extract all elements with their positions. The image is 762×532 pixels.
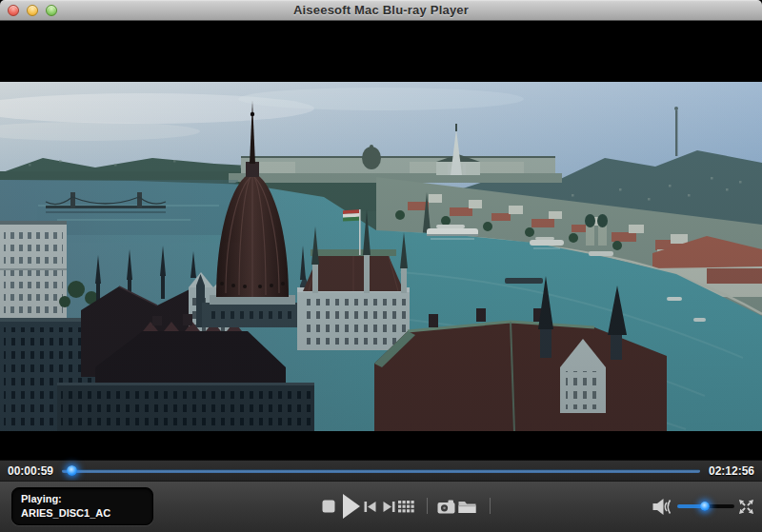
video-frame-budapest bbox=[0, 82, 762, 431]
previous-button[interactable] bbox=[364, 502, 376, 512]
now-playing-box: Playing: ARIES_DISC1_AC bbox=[11, 487, 153, 525]
separator bbox=[490, 498, 491, 514]
playing-label: Playing: bbox=[21, 492, 144, 506]
snapshot-camera-button[interactable] bbox=[437, 500, 455, 514]
playlist-grid-button[interactable] bbox=[398, 501, 414, 513]
seek-thumb[interactable] bbox=[67, 465, 77, 476]
open-folder-button[interactable] bbox=[458, 500, 476, 514]
close-button[interactable] bbox=[8, 5, 19, 16]
volume-speaker-icon[interactable] bbox=[652, 498, 672, 516]
minimize-button[interactable] bbox=[27, 5, 38, 16]
separator bbox=[427, 498, 428, 514]
seek-row: 00:00:59 02:12:56 bbox=[0, 460, 762, 481]
zoom-button[interactable] bbox=[46, 5, 57, 16]
volume-thumb[interactable] bbox=[700, 502, 710, 511]
traffic-lights bbox=[8, 0, 57, 21]
total-time: 02:12:56 bbox=[709, 461, 754, 482]
elapsed-time: 00:00:59 bbox=[8, 461, 53, 482]
play-button[interactable] bbox=[342, 493, 361, 520]
fullscreen-button[interactable] bbox=[738, 499, 754, 515]
window-title: Aiseesoft Mac Blu-ray Player bbox=[0, 3, 762, 17]
seek-bar[interactable] bbox=[62, 469, 700, 473]
next-button[interactable] bbox=[383, 502, 395, 512]
volume-slider[interactable] bbox=[677, 504, 734, 508]
stop-button[interactable] bbox=[322, 500, 335, 513]
media-name: ARIES_DISC1_AC bbox=[21, 506, 144, 521]
app-window: Aiseesoft Mac Blu-ray Player bbox=[0, 0, 762, 532]
titlebar[interactable]: Aiseesoft Mac Blu-ray Player bbox=[0, 0, 762, 21]
control-bar: Playing: ARIES_DISC1_AC bbox=[0, 481, 762, 532]
video-display[interactable] bbox=[0, 21, 762, 460]
